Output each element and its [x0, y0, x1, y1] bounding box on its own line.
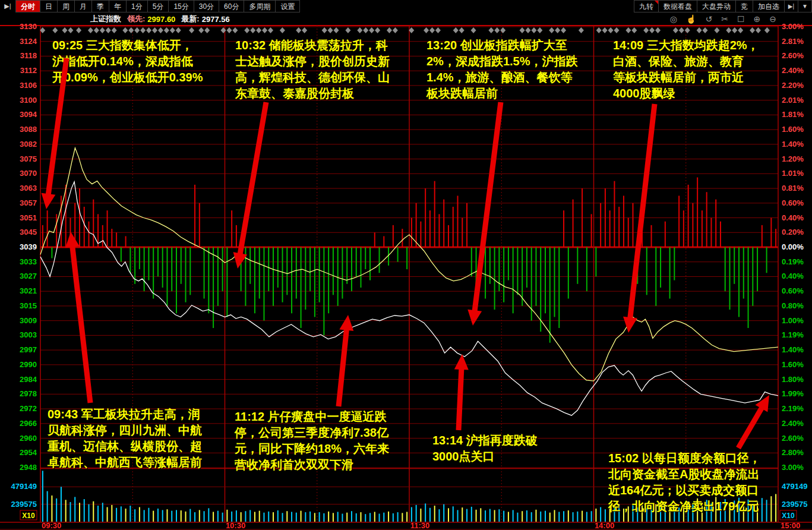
right-pct-label: 1.19% — [782, 330, 804, 339]
left-price-label: 2972 — [20, 404, 37, 413]
right-pct-label: 2.60% — [782, 51, 804, 60]
left-price-label: 2997 — [20, 345, 37, 354]
left-price-label: 2966 — [20, 419, 37, 428]
right-pct-label: 2.40% — [782, 419, 804, 428]
left-price-label: 3106 — [20, 81, 37, 90]
right-pct-label: 1.40% — [782, 140, 804, 149]
left-price-label: 3070 — [20, 169, 37, 178]
left-price-label: 3009 — [20, 316, 37, 325]
left-price-label: 3082 — [20, 140, 37, 149]
left-price-label: 3094 — [20, 110, 37, 119]
right-pct-label: 0.40% — [782, 213, 804, 222]
time-label: 14:00 — [595, 521, 614, 530]
right-pct-label: 0.40% — [782, 272, 804, 280]
right-pct-label: 1.01% — [782, 169, 804, 178]
right-pct-label: 0.19% — [782, 257, 804, 266]
left-price-label: 3033 — [20, 257, 37, 266]
right-pct-label: 1.40% — [782, 345, 804, 354]
left-price-label: 3124 — [20, 37, 37, 46]
left-volume-label: 239575 — [11, 500, 37, 509]
left-price-label: 3027 — [20, 272, 37, 280]
time-label: 15:00 — [781, 521, 800, 530]
right-pct-label: 0.80% — [782, 301, 804, 310]
right-pct-label: 2.20% — [782, 81, 804, 90]
right-pct-label: 0.00% — [782, 242, 804, 251]
trading-app-window: { "topbar": { "jump_icon": "▶|", "tabs":… — [0, 0, 812, 530]
left-price-label: 3015 — [20, 301, 37, 310]
left-price-label: 3112 — [20, 66, 37, 75]
right-pct-label: 2.01% — [782, 96, 804, 105]
right-volume-label: 239575 — [782, 500, 807, 509]
left-price-label: 3100 — [20, 96, 37, 105]
left-price-label: 3051 — [20, 213, 37, 222]
right-pct-label: 1.60% — [782, 360, 804, 369]
right-pct-label: 3.00% — [782, 22, 804, 31]
x10-multiplier-label: X10 — [22, 512, 35, 520]
right-pct-label: 1.99% — [782, 389, 804, 398]
left-price-label: 2960 — [20, 434, 37, 443]
right-pct-label: 2.40% — [782, 66, 804, 75]
time-label: 10:30 — [226, 521, 245, 530]
left-price-label: 3063 — [20, 184, 37, 193]
right-pct-label: 1.20% — [782, 154, 804, 163]
right-pct-label: 2.19% — [782, 404, 804, 413]
right-pct-label: 0.81% — [782, 184, 804, 193]
left-price-label: 3021 — [20, 286, 37, 295]
right-volume-label: 479149 — [782, 482, 807, 491]
left-price-label: 3130 — [20, 22, 37, 31]
right-pct-label: 1.80% — [782, 375, 804, 384]
left-price-label: 2978 — [20, 389, 37, 398]
left-price-label: 3003 — [20, 330, 37, 339]
right-pct-label: 2.80% — [782, 448, 804, 457]
right-pct-label: 0.60% — [782, 198, 804, 207]
left-price-label: 2954 — [20, 448, 37, 457]
time-label: 09:30 — [42, 521, 61, 530]
right-pct-label: 2.60% — [782, 434, 804, 443]
x10-multiplier-label: X10 — [782, 512, 795, 520]
right-pct-label: 3.00% — [782, 463, 804, 472]
left-price-label: 2984 — [20, 375, 37, 384]
right-pct-label: 1.81% — [782, 110, 804, 119]
right-pct-label: 1.00% — [782, 316, 804, 325]
left-price-label: 2948 — [20, 463, 37, 472]
right-pct-label: 2.81% — [782, 37, 804, 46]
left-price-label: 3057 — [20, 198, 37, 207]
right-pct-label: 0.20% — [782, 228, 804, 236]
right-pct-label: 0.60% — [782, 286, 804, 295]
intraday-chart-canvas[interactable]: 31303.00%31242.81%31182.60%31122.40%3106… — [0, 0, 812, 530]
left-price-label: 3045 — [20, 228, 37, 236]
left-price-label: 3088 — [20, 125, 37, 134]
left-price-label: 3075 — [20, 154, 37, 163]
right-pct-label: 1.60% — [782, 125, 804, 134]
left-volume-label: 479149 — [11, 482, 37, 491]
left-price-label: 3039 — [20, 242, 37, 251]
left-price-label: 3118 — [20, 51, 37, 60]
time-label: 11:30 — [410, 521, 430, 530]
left-price-label: 2990 — [20, 360, 37, 369]
